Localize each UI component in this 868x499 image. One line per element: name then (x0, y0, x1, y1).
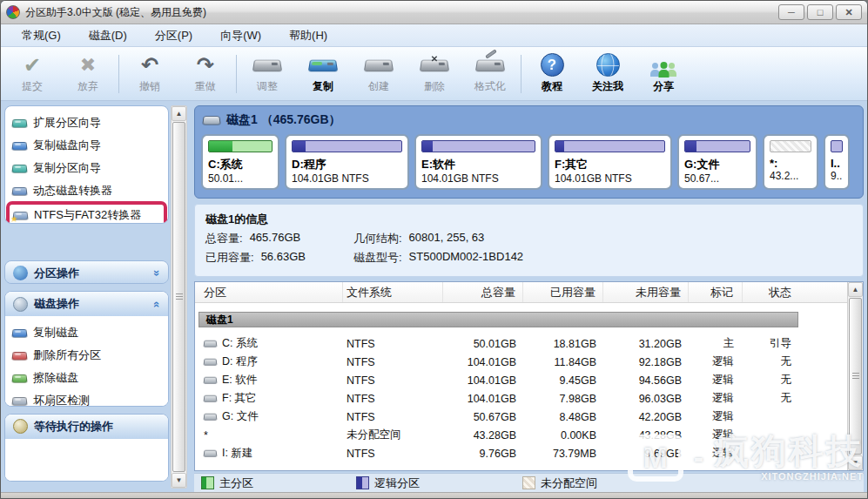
partition-size: 43.2... (770, 170, 811, 182)
sidebar-item-label: NTFS与FAT32转换器 (34, 207, 141, 223)
partition-block-g[interactable]: G:文件 50.67... (677, 134, 757, 190)
cell-status: 引导 (743, 334, 802, 353)
disk-icon (203, 414, 217, 421)
column-mark[interactable]: 标记 (689, 282, 743, 302)
sidebar-item-ntfs-fat32-converter[interactable]: NTFS与FAT32转换器 (9, 204, 165, 224)
menu-general[interactable]: 常规(G) (8, 24, 75, 46)
column-free[interactable]: 未用容量 (603, 282, 689, 302)
table-header: 分区 文件系统 总容量 已用容量 未用容量 标记 状态 (195, 282, 847, 303)
partition-block-d[interactable]: D:程序 104.01GB NTFS (285, 134, 409, 190)
sidebar-item-wipe-disk[interactable]: 擦除磁盘 (8, 367, 165, 389)
sidebar-item-copy-disk-wizard[interactable]: 复制磁盘向导 (8, 134, 165, 157)
sidebar-item-label: 删除所有分区 (33, 347, 101, 363)
sidebar-item-bad-sector-check[interactable]: 坏扇区检测 (8, 389, 165, 407)
column-total[interactable]: 总容量 (443, 282, 523, 302)
globe-icon (596, 53, 620, 77)
cell-total: 104.01GB (443, 389, 523, 408)
column-partition[interactable]: 分区 (195, 282, 343, 302)
logical-swatch-icon (356, 476, 369, 489)
cell-used: 18.81GB (523, 334, 603, 353)
follow-me-label: 关注我 (592, 79, 623, 94)
chevron-down-icon[interactable]: » (151, 270, 164, 276)
column-status[interactable]: 状态 (743, 282, 802, 302)
sidebar-item-extend-partition-wizard[interactable]: 扩展分区向导 (8, 111, 165, 134)
table-row[interactable]: E: 软件 NTFS 104.01GB 9.45GB 94.56GB 逻辑 无 (195, 371, 847, 389)
delete-button[interactable]: ✕ 删除 (407, 51, 462, 98)
minimize-button[interactable]: ─ (778, 4, 804, 20)
undo-button[interactable]: ↶ 撤销 (122, 51, 178, 98)
disk-ops-header[interactable]: 磁盘操作 « (5, 292, 168, 316)
partition-ops-icon (13, 266, 28, 280)
table-row[interactable]: I: 新建 NTFS 9.76GB 73.79MB 9.69GB 逻辑 (195, 444, 847, 462)
partition-ops-header[interactable]: 分区操作 » (5, 261, 168, 284)
disk-ops-icon (13, 297, 28, 312)
column-filesystem[interactable]: 文件系统 (343, 282, 443, 302)
scroll-up-icon[interactable]: ▲ (172, 106, 186, 121)
chevron-up-icon[interactable]: « (151, 300, 164, 307)
table-scrollbar[interactable]: ▲ ▼ (847, 282, 863, 470)
disk-icon (11, 396, 27, 405)
column-used[interactable]: 已用容量 (523, 282, 603, 302)
share-button[interactable]: 分享 (636, 51, 691, 98)
copy-button[interactable]: 复制 (295, 51, 351, 98)
cell-total: 50.01GB (443, 334, 523, 353)
partition-block-unallocated[interactable]: *: 43.2... (763, 134, 818, 190)
pending-ops-header[interactable]: 等待执行的操作 (5, 415, 168, 439)
format-disk-icon (475, 59, 505, 71)
partition-block-e[interactable]: E:软件 104.01GB NTFS (414, 134, 542, 190)
pending-ops-list[interactable] (5, 439, 168, 482)
legend-logical: 逻辑分区 (356, 475, 420, 491)
partition-block-i[interactable]: I.. 9.. (824, 134, 850, 190)
scroll-down-icon[interactable]: ▼ (848, 455, 863, 470)
cell-free: 42.20GB (603, 408, 689, 426)
cell-mark: 逻辑 (689, 444, 743, 462)
cell-filesystem: NTFS (343, 334, 443, 353)
create-button[interactable]: 创建 (351, 51, 407, 98)
pending-ops-gear-icon (13, 419, 28, 434)
scrollbar-thumb[interactable] (849, 298, 862, 455)
menu-partition[interactable]: 分区(P) (141, 24, 206, 46)
format-button[interactable]: 格式化 (462, 51, 518, 98)
discard-button[interactable]: ✖ 放弃 (60, 51, 116, 98)
cell-used: 73.79MB (523, 444, 603, 462)
commit-button[interactable]: ✔ 提交 (4, 51, 60, 98)
table-row[interactable]: G: 文件 NTFS 50.67GB 8.48GB 42.20GB 逻辑 (195, 408, 847, 426)
partition-label: *: (770, 157, 811, 170)
scroll-up-icon[interactable]: ▲ (848, 282, 863, 297)
redo-button[interactable]: ↷ 重做 (178, 51, 233, 98)
legend-label: 未分配空间 (541, 475, 597, 491)
close-button[interactable]: ✕ (836, 4, 862, 20)
menu-help[interactable]: 帮助(H) (275, 24, 341, 46)
legend-unallocated: 未分配空间 (522, 475, 597, 491)
scrollbar-thumb[interactable] (172, 122, 185, 472)
table-row[interactable]: F: 其它 NTFS 104.01GB 7.98GB 96.03GB 逻辑 无 (195, 389, 847, 408)
sidebar-item-copy-partition-wizard[interactable]: 复制分区向导 (8, 157, 165, 179)
partition-block-c[interactable]: C:系统 50.01... (201, 134, 279, 190)
cell-total: 104.01GB (443, 353, 523, 371)
table-row[interactable]: C: 系统 NTFS 50.01GB 18.81GB 31.20GB 主 引导 (195, 334, 847, 353)
help-question-icon: ? (541, 53, 564, 77)
disk-group-row[interactable]: 磁盘1 (198, 312, 798, 327)
menu-wizard[interactable]: 向导(W) (206, 24, 275, 46)
sidebar-scrollbar[interactable]: ▲ ▼ (171, 105, 187, 489)
table-row[interactable]: D: 程序 NTFS 104.01GB 11.84GB 92.18GB 逻辑 无 (195, 353, 847, 371)
table-row-unallocated[interactable]: * 未分配空间 43.28GB 0.00KB 43.28GB 逻辑 (195, 426, 847, 444)
follow-me-button[interactable]: 关注我 (580, 51, 636, 98)
tutorial-button[interactable]: ? 教程 (524, 51, 580, 98)
menu-disk[interactable]: 磁盘(D) (75, 24, 141, 46)
partition-block-f[interactable]: F:其它 104.01GB NTFS (548, 134, 672, 190)
disk-icon (11, 328, 27, 337)
sidebar-item-delete-all-partitions[interactable]: 删除所有分区 (8, 344, 165, 367)
cell-free: 43.28GB (603, 426, 689, 444)
cell-free: 31.20GB (603, 334, 689, 353)
sidebar-item-dynamic-disk-converter[interactable]: 动态磁盘转换器 (8, 179, 165, 202)
maximize-button[interactable]: □ (807, 4, 833, 20)
section-title: 分区操作 (34, 266, 148, 281)
resize-button[interactable]: 调整 (239, 51, 295, 98)
sidebar-item-copy-disk[interactable]: 复制磁盘 (8, 321, 165, 344)
app-window: 分区助手3.0中文版 (稳定、易用且免费) ─ □ ✕ 常规(G) 磁盘(D) … (0, 0, 868, 499)
cell-filesystem: NTFS (343, 408, 443, 426)
legend-label: 逻辑分区 (374, 475, 420, 491)
scroll-down-icon[interactable]: ▼ (172, 473, 186, 488)
cell-partition: C: 系统 (222, 336, 258, 351)
